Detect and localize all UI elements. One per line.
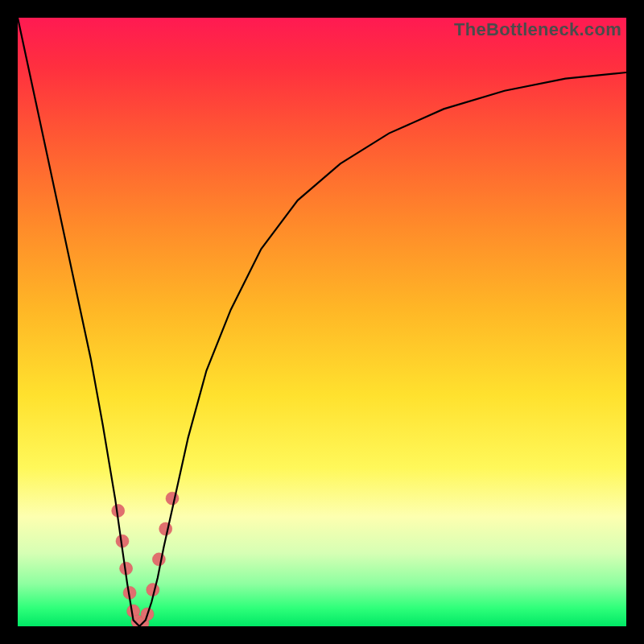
chart-plot-area: TheBottleneck.com	[18, 18, 626, 626]
bead-dot	[166, 492, 179, 505]
bead-dot	[152, 553, 165, 566]
chart-frame: TheBottleneck.com	[0, 0, 644, 644]
bead-cluster	[112, 492, 179, 626]
bead-dot	[159, 522, 172, 535]
bottleneck-curve	[18, 18, 626, 626]
curve-path	[18, 18, 626, 626]
